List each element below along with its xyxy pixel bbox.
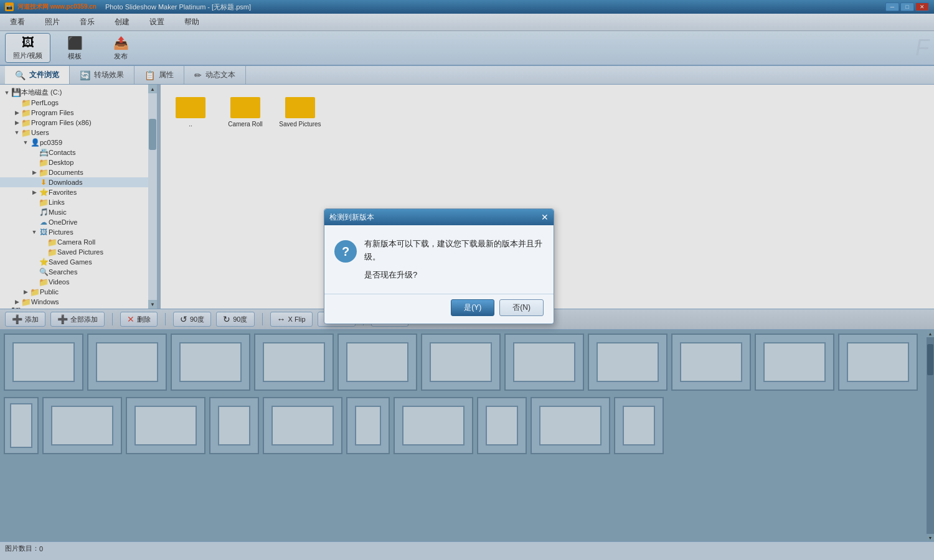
dialog-no-button[interactable]: 否(N) [499,299,544,316]
dialog-overlay: 检测到新版本 ✕ ? 有新版本可以下载，建议您下载最新的版本并且升级。 是否现在… [0,0,934,560]
dialog-footer: 是(Y) 否(N) [324,294,554,324]
dialog-message-line1: 有新版本可以下载，建议您下载最新的版本并且升级。 [364,238,544,264]
dialog-close-button[interactable]: ✕ [541,212,549,222]
dialog-message: 有新版本可以下载，建议您下载最新的版本并且升级。 是否现在升级? [364,238,544,281]
dialog-body: ? 有新版本可以下载，建议您下载最新的版本并且升级。 是否现在升级? [324,225,554,289]
dialog-title: 检测到新版本 [329,212,374,223]
dialog-content: ? 有新版本可以下载，建议您下载最新的版本并且升级。 是否现在升级? [334,238,544,281]
dialog-info-icon: ? [334,240,357,263]
dialog-yes-button[interactable]: 是(Y) [451,299,494,316]
dialog-titlebar: 检测到新版本 ✕ [324,209,554,225]
dialog-message-line2: 是否现在升级? [364,269,544,282]
update-dialog: 检测到新版本 ✕ ? 有新版本可以下载，建议您下载最新的版本并且升级。 是否现在… [324,208,554,324]
